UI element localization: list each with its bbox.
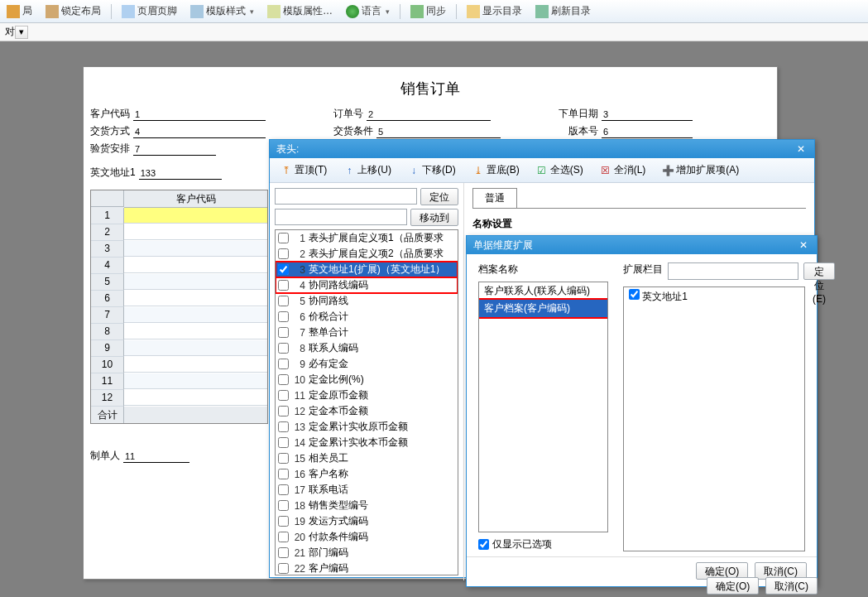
table-row[interactable]: 11 — [91, 373, 267, 390]
down-icon: ↓ — [408, 165, 420, 176]
table-row[interactable]: 10 — [91, 357, 267, 373]
props-icon — [267, 5, 281, 18]
table-row[interactable]: 6 — [91, 291, 267, 307]
head-ok-button[interactable]: 确定(O) — [707, 577, 759, 595]
tb-header-footer[interactable]: 页眉页脚 — [118, 2, 180, 20]
list-item[interactable]: 4协同路线编码 — [276, 277, 458, 293]
list-item[interactable]: 17联系电话 — [276, 482, 458, 498]
list-item[interactable]: 10定金比例(%) — [276, 372, 458, 388]
label-order-date: 下单日期 — [559, 107, 598, 121]
sub-label: 对 — [5, 25, 15, 39]
val-en-addr[interactable]: 133 — [139, 168, 222, 180]
list-item[interactable]: 3英文地址1(扩展)（英文地址1） — [276, 262, 458, 277]
table-row[interactable]: 9 — [91, 340, 267, 357]
close-icon[interactable]: ✕ — [794, 143, 808, 155]
ext-locate-button[interactable]: 定位(E) — [803, 262, 835, 280]
dialog-dimension-ext: 单据维度扩展 ✕ 档案名称 客户联系人(联系人编码)客户档案(客户编码) 仅显示… — [466, 235, 818, 587]
sub-drop[interactable]: ▾ — [15, 26, 28, 39]
dlg-head-toolbar: ⤒置顶(T)↑上移(U)↓下移(D)⤓置底(B)☑全选(S)☒全消(L)➕增加扩… — [270, 158, 814, 183]
list-item[interactable]: 19发运方式编码 — [276, 513, 458, 529]
list-item[interactable]: 客户联系人(联系人编码) — [479, 282, 607, 300]
all-icon: ☑ — [536, 165, 548, 176]
list-item[interactable]: 1表头扩展自定义项1（品质要求 — [276, 230, 458, 246]
tb-layout[interactable]: 局 — [3, 2, 36, 20]
tb-template-style[interactable]: 模版样式▾ — [187, 2, 257, 20]
val-version[interactable]: 6 — [602, 127, 693, 138]
label-terms: 交货条件 — [333, 124, 373, 138]
bottom-icon: ⤓ — [472, 165, 484, 176]
label-cust-code: 客户代码 — [90, 107, 130, 121]
ext-label: 扩展栏目 — [623, 262, 663, 277]
moveto-input[interactable] — [275, 209, 407, 225]
refresh-icon — [535, 5, 549, 18]
template-icon — [190, 5, 204, 18]
list-item[interactable]: 12定金本币金额 — [276, 403, 458, 419]
list-item[interactable]: 15相关员工 — [276, 450, 458, 466]
list-item[interactable]: 18销售类型编号 — [276, 498, 458, 513]
tb-show-toc[interactable]: 显示目录 — [463, 2, 525, 20]
list-item[interactable]: 21部门编码 — [276, 545, 458, 561]
list-item[interactable]: 5协同路线 — [276, 293, 458, 309]
locate-button[interactable]: 定位 — [420, 188, 458, 205]
table-row[interactable]: 12 — [91, 390, 267, 407]
list-item[interactable]: 8联系人编码 — [276, 340, 458, 356]
ext-search-input[interactable] — [668, 262, 798, 280]
table-row[interactable]: 1 — [91, 208, 267, 224]
dlg-tbtn-all[interactable]: ☑全选(S) — [530, 161, 589, 180]
dlg-tbtn-up[interactable]: ↑上移(U) — [338, 161, 397, 180]
table-row[interactable]: 5 — [91, 274, 267, 291]
val-inspect[interactable]: 7 — [133, 144, 216, 156]
list-item[interactable]: 14定金累计实收本币金额 — [276, 435, 458, 450]
label-inspect: 验货安排 — [90, 142, 130, 156]
dlg-tbtn-bottom[interactable]: ⤓置底(B) — [467, 161, 525, 180]
tb-language[interactable]: 语言▾ — [343, 2, 393, 20]
dlg-tbtn-addext[interactable]: ➕增加扩展项(A) — [656, 161, 745, 180]
dlg-tbtn-none[interactable]: ☒全消(L) — [594, 161, 652, 180]
table-row[interactable]: 3 — [91, 241, 267, 258]
val-delivery[interactable]: 4 — [133, 127, 266, 138]
list-item[interactable]: 7整单合计 — [276, 325, 458, 340]
head-cancel-button[interactable]: 取消(C) — [765, 577, 818, 595]
list-item[interactable]: 20付款条件编码 — [276, 529, 458, 545]
label-version: 版本号 — [568, 124, 598, 138]
dlg-dim-title: 单据维度扩展 — [473, 238, 533, 253]
col-cust-code[interactable]: 客户代码 — [124, 190, 267, 208]
list-item[interactable]: 13定金累计实收原币金额 — [276, 419, 458, 435]
ext-list[interactable]: 英文地址1 — [623, 286, 805, 551]
table-row[interactable]: 4 — [91, 258, 267, 274]
list-item[interactable]: 16客户名称 — [276, 466, 458, 482]
val-cust-code[interactable]: 1 — [133, 109, 266, 121]
data-grid[interactable]: 客户代码 123456789101112 合计 — [90, 190, 268, 424]
header-field-list[interactable]: 1表头扩展自定义项1（品质要求2表头扩展自定义项2（品质要求3英文地址1(扩展)… — [275, 229, 458, 575]
dlg-tbtn-down[interactable]: ↓下移(D) — [402, 161, 462, 180]
list-item[interactable]: 6价税合计 — [276, 309, 458, 325]
tb-template-props[interactable]: 模版属性… — [264, 2, 336, 20]
locate-input[interactable] — [275, 188, 417, 205]
tb-lock-layout[interactable]: 锁定布局 — [42, 2, 104, 20]
close-icon[interactable]: ✕ — [797, 239, 810, 251]
val-maker[interactable]: 11 — [123, 451, 189, 463]
globe-icon — [346, 5, 359, 18]
table-row[interactable]: 7 — [91, 307, 267, 324]
show-only-selected[interactable]: 仅显示已选项 — [478, 537, 608, 551]
table-row[interactable]: 2 — [91, 224, 267, 241]
list-item[interactable]: 9必有定金 — [276, 356, 458, 372]
none-icon: ☒ — [600, 165, 611, 176]
val-order-no[interactable]: 2 — [367, 109, 491, 121]
tb-sync[interactable]: 同步 — [407, 2, 449, 20]
table-row[interactable]: 8 — [91, 324, 267, 340]
archive-list[interactable]: 客户联系人(联系人编码)客户档案(客户编码) — [478, 282, 608, 532]
tab-common[interactable]: 普通 — [472, 188, 517, 208]
list-item[interactable]: 11定金原币金额 — [276, 388, 458, 403]
val-order-date[interactable]: 3 — [602, 109, 693, 121]
dlg-tbtn-top[interactable]: ⤒置顶(T) — [275, 161, 333, 180]
sub-toolbar: 对 ▾ — [0, 23, 868, 41]
val-terms[interactable]: 5 — [376, 127, 501, 138]
label-order-no: 订单号 — [333, 107, 363, 121]
tb-refresh-toc[interactable]: 刷新目录 — [532, 2, 594, 20]
list-item[interactable]: 22客户编码 — [276, 561, 458, 575]
list-item[interactable]: 客户档案(客户编码) — [479, 300, 607, 317]
list-item[interactable]: 英文地址1 — [624, 287, 804, 306]
list-item[interactable]: 2表头扩展自定义项2（品质要求 — [276, 246, 458, 262]
moveto-button[interactable]: 移动到 — [410, 209, 458, 226]
